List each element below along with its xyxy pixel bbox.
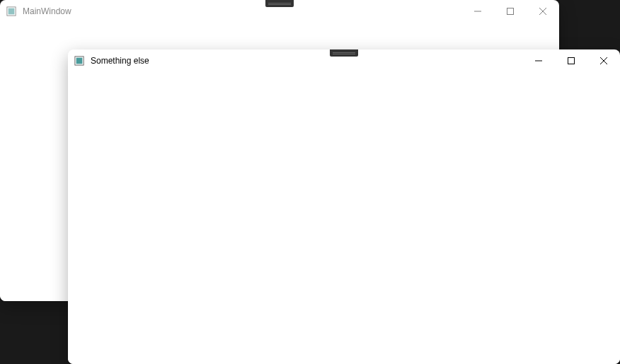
svg-rect-3 [507, 8, 514, 15]
svg-rect-1 [8, 8, 15, 15]
titlebar[interactable]: MainWindow [0, 0, 559, 23]
window-title: Something else [91, 56, 149, 66]
titlebar-left: Something else [74, 55, 149, 66]
something-else-window[interactable]: Something else [68, 49, 620, 364]
maximize-button[interactable] [555, 49, 587, 72]
window-title: MainWindow [23, 6, 71, 16]
window-client-area [68, 72, 620, 364]
svg-rect-9 [568, 58, 575, 64]
app-icon [6, 6, 17, 17]
window-controls [522, 49, 620, 72]
close-button[interactable] [587, 49, 620, 72]
svg-rect-7 [76, 58, 83, 64]
app-icon [74, 55, 85, 66]
titlebar[interactable]: Something else [68, 49, 620, 72]
maximize-button[interactable] [494, 0, 527, 23]
minimize-button[interactable] [522, 49, 555, 72]
window-controls [461, 0, 559, 23]
minimize-button[interactable] [461, 0, 494, 23]
close-button[interactable] [527, 0, 559, 23]
titlebar-left: MainWindow [6, 6, 71, 17]
